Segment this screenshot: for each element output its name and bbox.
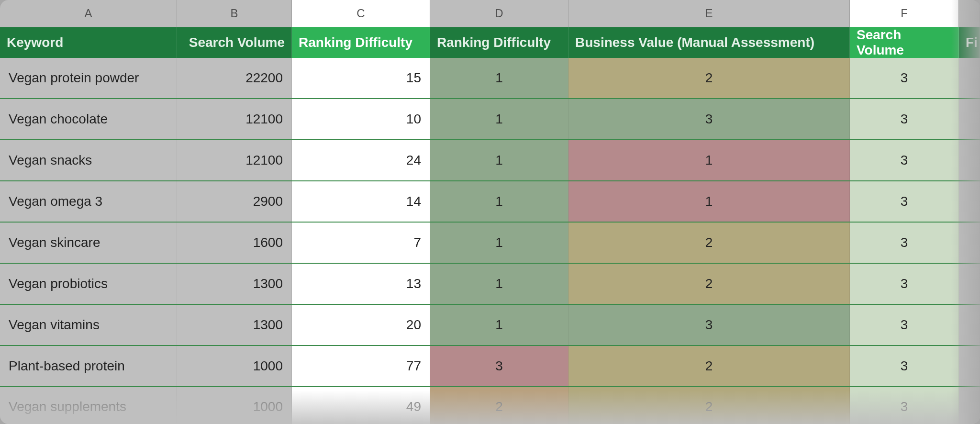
cell-keyword[interactable]: Vegan omega 3 xyxy=(0,181,177,222)
col-letter-A[interactable]: A xyxy=(0,0,177,27)
cell-business-value[interactable]: 1 xyxy=(568,181,850,222)
spreadsheet-viewport: A B C D E F Keyword Search Volume Rankin… xyxy=(0,0,980,424)
cell-business-value[interactable]: 3 xyxy=(568,305,850,345)
cell-search-volume[interactable]: 1300 xyxy=(177,305,292,345)
cell-ranking-diff-score[interactable]: 1 xyxy=(430,99,568,139)
cell-final-partial[interactable] xyxy=(959,99,980,139)
cell-ranking-diff-score[interactable]: 1 xyxy=(430,264,568,304)
cell-ranking-diff-raw[interactable]: 20 xyxy=(292,305,430,345)
cell-ranking-diff-raw[interactable]: 7 xyxy=(292,223,430,263)
cell-search-volume[interactable]: 2900 xyxy=(177,181,292,222)
col-letter-B[interactable]: B xyxy=(177,0,292,27)
table-row: Plant-based protein100077323 xyxy=(0,346,980,387)
cell-search-volume[interactable]: 12100 xyxy=(177,140,292,180)
table-row: Vegan omega 3290014113 xyxy=(0,181,980,223)
cell-final-partial[interactable] xyxy=(959,305,980,345)
cell-search-volume-score[interactable]: 3 xyxy=(850,346,959,386)
header-ranking-difficulty-c[interactable]: Ranking Difficulty xyxy=(292,27,430,58)
cell-search-volume-score[interactable]: 3 xyxy=(850,264,959,304)
cell-business-value[interactable]: 3 xyxy=(568,99,850,139)
header-final-partial[interactable]: Fi xyxy=(959,27,980,58)
cell-business-value[interactable]: 2 xyxy=(568,264,850,304)
cell-final-partial[interactable] xyxy=(959,58,980,98)
cell-ranking-diff-score[interactable]: 2 xyxy=(430,387,568,424)
header-ranking-difficulty-d[interactable]: Ranking Difficulty xyxy=(430,27,568,58)
cell-ranking-diff-raw[interactable]: 13 xyxy=(292,264,430,304)
table-row: Vegan supplements100049223 xyxy=(0,387,980,424)
cell-ranking-diff-score[interactable]: 1 xyxy=(430,58,568,98)
cell-ranking-diff-raw[interactable]: 14 xyxy=(292,181,430,222)
table-row: Vegan vitamins130020133 xyxy=(0,305,980,346)
cell-search-volume[interactable]: 1300 xyxy=(177,264,292,304)
header-row: Keyword Search Volume Ranking Difficulty… xyxy=(0,27,980,58)
cell-business-value[interactable]: 1 xyxy=(568,140,850,180)
cell-search-volume-score[interactable]: 3 xyxy=(850,140,959,180)
cell-business-value[interactable]: 2 xyxy=(568,346,850,386)
cell-ranking-diff-raw[interactable]: 77 xyxy=(292,346,430,386)
cell-ranking-diff-raw[interactable]: 49 xyxy=(292,387,430,424)
cell-final-partial[interactable] xyxy=(959,387,980,424)
cell-keyword[interactable]: Plant-based protein xyxy=(0,346,177,386)
cell-search-volume[interactable]: 22200 xyxy=(177,58,292,98)
cell-keyword[interactable]: Vegan chocolate xyxy=(0,99,177,139)
cell-search-volume[interactable]: 1000 xyxy=(177,346,292,386)
col-letter-E[interactable]: E xyxy=(568,0,850,27)
header-search-volume-f[interactable]: Search Volume xyxy=(850,27,959,58)
col-letter-G-partial[interactable] xyxy=(959,0,980,27)
cell-search-volume-score[interactable]: 3 xyxy=(850,181,959,222)
cell-keyword[interactable]: Vegan vitamins xyxy=(0,305,177,345)
cell-search-volume[interactable]: 12100 xyxy=(177,99,292,139)
cell-search-volume-score[interactable]: 3 xyxy=(850,305,959,345)
cell-search-volume-score[interactable]: 3 xyxy=(850,387,959,424)
header-search-volume[interactable]: Search Volume xyxy=(177,27,292,58)
cell-search-volume-score[interactable]: 3 xyxy=(850,99,959,139)
cell-search-volume-score[interactable]: 3 xyxy=(850,58,959,98)
cell-keyword[interactable]: Vegan protein powder xyxy=(0,58,177,98)
cell-search-volume[interactable]: 1000 xyxy=(177,387,292,424)
header-business-value[interactable]: Business Value (Manual Assessment) xyxy=(568,27,850,58)
table-row: Vegan probiotics130013123 xyxy=(0,264,980,305)
cell-ranking-diff-score[interactable]: 1 xyxy=(430,305,568,345)
cell-final-partial[interactable] xyxy=(959,181,980,222)
cell-final-partial[interactable] xyxy=(959,140,980,180)
cell-ranking-diff-raw[interactable]: 15 xyxy=(292,58,430,98)
cell-keyword[interactable]: Vegan snacks xyxy=(0,140,177,180)
column-letter-bar: A B C D E F xyxy=(0,0,980,27)
cell-keyword[interactable]: Vegan skincare xyxy=(0,223,177,263)
cell-search-volume[interactable]: 1600 xyxy=(177,223,292,263)
cell-keyword[interactable]: Vegan supplements xyxy=(0,387,177,424)
cell-business-value[interactable]: 2 xyxy=(568,58,850,98)
cell-ranking-diff-score[interactable]: 1 xyxy=(430,223,568,263)
cell-ranking-diff-raw[interactable]: 24 xyxy=(292,140,430,180)
cell-final-partial[interactable] xyxy=(959,264,980,304)
cell-search-volume-score[interactable]: 3 xyxy=(850,223,959,263)
table-row: Vegan snacks1210024113 xyxy=(0,140,980,181)
cell-ranking-diff-score[interactable]: 1 xyxy=(430,181,568,222)
table-row: Vegan skincare16007123 xyxy=(0,223,980,264)
cell-keyword[interactable]: Vegan probiotics xyxy=(0,264,177,304)
cell-ranking-diff-score[interactable]: 1 xyxy=(430,140,568,180)
col-letter-F[interactable]: F xyxy=(850,0,959,27)
table-row: Vegan protein powder2220015123 xyxy=(0,58,980,99)
cell-business-value[interactable]: 2 xyxy=(568,387,850,424)
rows-container: Vegan protein powder2220015123Vegan choc… xyxy=(0,58,980,424)
cell-ranking-diff-score[interactable]: 3 xyxy=(430,346,568,386)
cell-ranking-diff-raw[interactable]: 10 xyxy=(292,99,430,139)
cell-final-partial[interactable] xyxy=(959,346,980,386)
cell-final-partial[interactable] xyxy=(959,223,980,263)
col-letter-D[interactable]: D xyxy=(430,0,568,27)
header-keyword[interactable]: Keyword xyxy=(0,27,177,58)
table-row: Vegan chocolate1210010133 xyxy=(0,99,980,140)
cell-business-value[interactable]: 2 xyxy=(568,223,850,263)
col-letter-C[interactable]: C xyxy=(292,0,430,27)
